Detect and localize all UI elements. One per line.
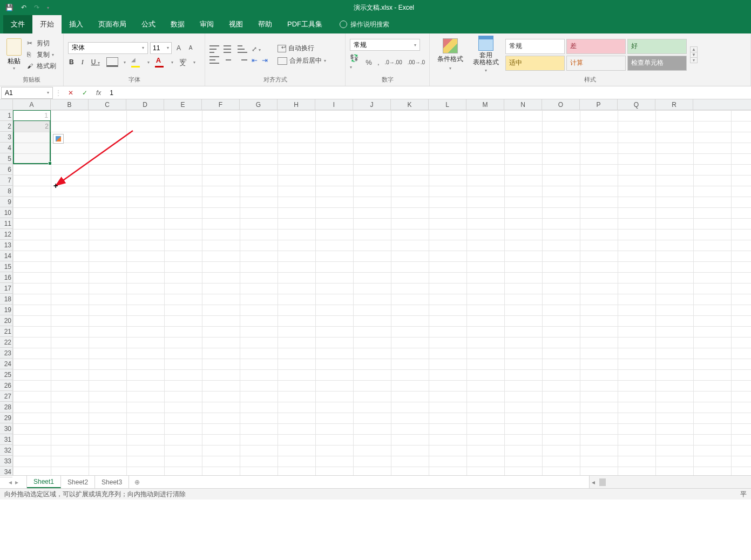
tell-me[interactable]: 操作说明搜索 bbox=[330, 15, 389, 33]
column-header-J[interactable]: J bbox=[353, 99, 391, 110]
row-header-18[interactable]: 18 bbox=[0, 294, 12, 305]
align-center-button[interactable] bbox=[224, 56, 233, 64]
decrease-decimal-button[interactable]: .00→.0 bbox=[408, 59, 425, 65]
column-header-O[interactable]: O bbox=[542, 99, 580, 110]
row-header-12[interactable]: 12 bbox=[0, 229, 12, 240]
gallery-up-icon[interactable]: ▲ bbox=[691, 47, 697, 52]
column-header-L[interactable]: L bbox=[429, 99, 466, 110]
column-header-F[interactable]: F bbox=[202, 99, 240, 110]
row-header-16[interactable]: 16 bbox=[0, 272, 12, 283]
save-icon[interactable]: 💾 bbox=[5, 4, 13, 11]
bold-button[interactable]: B bbox=[68, 57, 75, 67]
row-header-26[interactable]: 26 bbox=[0, 380, 12, 391]
scroll-left-icon[interactable]: ◂ bbox=[590, 478, 597, 486]
border-button[interactable] bbox=[106, 57, 118, 67]
style-check-cell[interactable]: 检查单元格 bbox=[627, 56, 687, 71]
undo-icon[interactable]: ↶ bbox=[21, 4, 26, 11]
row-header-14[interactable]: 14 bbox=[0, 251, 12, 261]
name-box[interactable]: A1▾ bbox=[1, 87, 53, 99]
row-header-7[interactable]: 7 bbox=[0, 175, 12, 186]
accounting-button[interactable]: 💱 ▾ bbox=[350, 54, 360, 70]
row-header-20[interactable]: 20 bbox=[0, 315, 12, 326]
comma-button[interactable]: , bbox=[377, 58, 380, 66]
paste-dropdown-icon[interactable]: ▾ bbox=[6, 66, 22, 71]
style-neutral[interactable]: 适中 bbox=[505, 56, 565, 71]
fx-icon[interactable]: fx bbox=[92, 89, 105, 97]
underline-button[interactable]: U ▾ bbox=[90, 57, 101, 67]
tab-data[interactable]: 数据 bbox=[163, 15, 192, 33]
column-header-I[interactable]: I bbox=[315, 99, 353, 110]
row-header-28[interactable]: 28 bbox=[0, 402, 12, 413]
tab-home[interactable]: 开始 bbox=[32, 15, 62, 33]
row-header-2[interactable]: 2 bbox=[0, 121, 12, 132]
row-header-31[interactable]: 31 bbox=[0, 434, 12, 445]
column-header-H[interactable]: H bbox=[278, 99, 315, 110]
gallery-more-icon[interactable]: ▾ bbox=[691, 58, 697, 63]
column-header-N[interactable]: N bbox=[504, 99, 542, 110]
tab-help[interactable]: 帮助 bbox=[251, 15, 280, 33]
row-header-8[interactable]: 8 bbox=[0, 186, 12, 197]
tab-formulas[interactable]: 公式 bbox=[134, 15, 163, 33]
sheet-tab-1[interactable]: Sheet1 bbox=[27, 476, 61, 488]
row-header-13[interactable]: 13 bbox=[0, 240, 12, 251]
tab-insert[interactable]: 插入 bbox=[62, 15, 91, 33]
align-right-button[interactable] bbox=[238, 56, 247, 64]
add-sheet-button[interactable]: ⊕ bbox=[129, 476, 145, 488]
font-name-select[interactable]: 宋体▾ bbox=[68, 42, 148, 54]
row-header-10[interactable]: 10 bbox=[0, 207, 12, 218]
sheet-nav[interactable]: ◂▸ bbox=[0, 476, 27, 488]
cancel-button[interactable]: ✕ bbox=[64, 89, 78, 97]
row-header-6[interactable]: 6 bbox=[0, 164, 12, 175]
cells-area[interactable]: 1 2 + bbox=[13, 110, 751, 475]
style-calculation[interactable]: 计算 bbox=[566, 56, 626, 71]
column-header-Q[interactable]: Q bbox=[618, 99, 655, 110]
paste-button[interactable]: 粘贴 ▾ bbox=[4, 37, 24, 72]
cut-button[interactable]: 剪切 bbox=[27, 39, 56, 48]
format-as-table-button[interactable]: 套用 表格格式▾ bbox=[470, 36, 502, 73]
shrink-font-button[interactable]: A bbox=[186, 42, 195, 54]
cell-A2[interactable]: 2 bbox=[13, 121, 51, 132]
tab-review[interactable]: 审阅 bbox=[192, 15, 221, 33]
sheet-prev-icon[interactable]: ◂ bbox=[9, 478, 12, 486]
style-good[interactable]: 好 bbox=[627, 39, 687, 54]
wrap-text-button[interactable]: 自动换行 bbox=[278, 44, 326, 53]
row-header-25[interactable]: 25 bbox=[0, 369, 12, 380]
tab-pdf[interactable]: PDF工具集 bbox=[280, 15, 330, 33]
tab-file[interactable]: 文件 bbox=[3, 15, 32, 33]
style-normal[interactable]: 常规 bbox=[505, 39, 565, 54]
align-left-button[interactable] bbox=[209, 56, 219, 64]
number-format-select[interactable]: 常规▾ bbox=[350, 39, 420, 51]
column-header-A[interactable]: A bbox=[13, 99, 51, 110]
font-color-button[interactable] bbox=[155, 58, 166, 66]
row-header-4[interactable]: 4 bbox=[0, 143, 12, 153]
horizontal-scrollbar[interactable]: ◂ bbox=[589, 476, 751, 488]
cell-A1[interactable]: 1 bbox=[13, 110, 51, 121]
column-header-K[interactable]: K bbox=[391, 99, 429, 110]
row-header-21[interactable]: 21 bbox=[0, 326, 12, 337]
align-bottom-button[interactable] bbox=[238, 45, 247, 53]
row-header-24[interactable]: 24 bbox=[0, 359, 12, 369]
row-header-23[interactable]: 23 bbox=[0, 348, 12, 359]
sheet-tab-3[interactable]: Sheet3 bbox=[95, 476, 129, 488]
column-header-M[interactable]: M bbox=[466, 99, 504, 110]
row-header-29[interactable]: 29 bbox=[0, 413, 12, 423]
orientation-button[interactable]: ⤢ ▾ bbox=[252, 45, 261, 53]
conditional-formatting-button[interactable]: 条件格式▾ bbox=[434, 38, 466, 71]
row-header-15[interactable]: 15 bbox=[0, 261, 12, 272]
row-header-5[interactable]: 5 bbox=[0, 153, 12, 164]
column-header-C[interactable]: C bbox=[89, 99, 126, 110]
row-header-9[interactable]: 9 bbox=[0, 197, 12, 207]
percent-button[interactable]: % bbox=[366, 58, 372, 66]
copy-button[interactable]: 复制▾ bbox=[27, 50, 56, 59]
column-header-E[interactable]: E bbox=[164, 99, 202, 110]
decrease-indent-button[interactable]: ⇤ bbox=[252, 56, 258, 64]
italic-button[interactable]: I bbox=[80, 57, 85, 68]
increase-indent-button[interactable]: ⇥ bbox=[262, 56, 268, 64]
gallery-down-icon[interactable]: ▼ bbox=[691, 52, 697, 58]
row-header-11[interactable]: 11 bbox=[0, 218, 12, 229]
autofill-options-button[interactable] bbox=[53, 134, 64, 144]
column-header-P[interactable]: P bbox=[580, 99, 618, 110]
format-painter-button[interactable]: 格式刷 bbox=[27, 62, 56, 71]
fill-handle[interactable] bbox=[48, 161, 52, 165]
row-header-30[interactable]: 30 bbox=[0, 423, 12, 434]
